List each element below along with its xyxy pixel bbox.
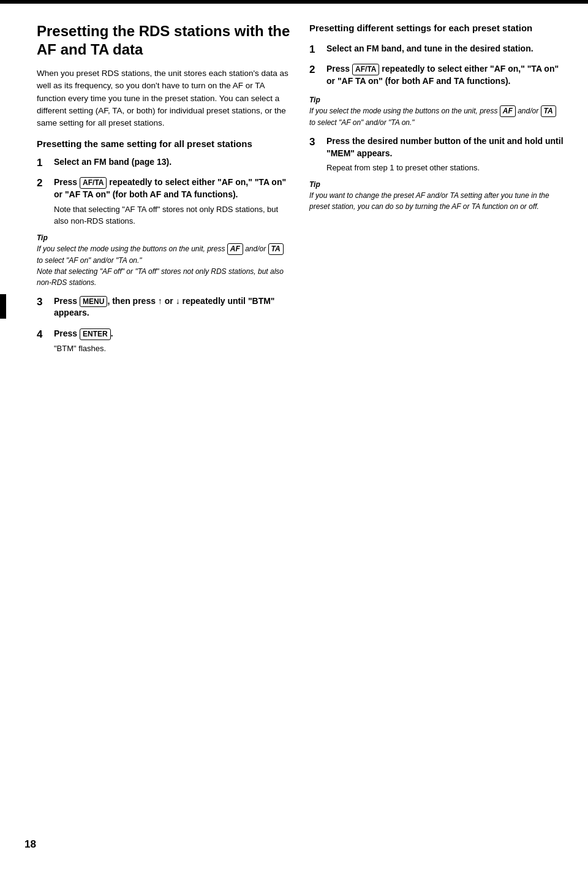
step-2-main: Press AF/TA repeatedly to select either … (54, 176, 291, 200)
step-2-content: Press AF/TA repeatedly to select either … (54, 176, 291, 227)
right-step-3-number: 3 (309, 135, 323, 149)
right-step-2: 2 Press AF/TA repeatedly to select eithe… (309, 63, 564, 89)
right-step-1: 1 Select an FM band, and tune in the des… (309, 43, 564, 58)
left-column: Presetting the RDS stations with the AF … (37, 22, 291, 360)
tip-text-right-1: If you select the mode using the buttons… (309, 105, 564, 128)
tip-text-right-2: If you want to change the preset AF and/… (309, 190, 564, 212)
tip-text-left-1: If you select the mode using the buttons… (37, 243, 291, 266)
enter-badge: ENTER (80, 328, 111, 340)
step-3-number: 3 (37, 295, 50, 309)
page: Presetting the RDS stations with the AF … (0, 0, 588, 869)
right-step-3-sub: Repeat from step 1 to preset other stati… (326, 162, 564, 174)
step-3: 3 Press MENU, then press ↑ or ↓ repeated… (37, 295, 291, 322)
tip-label-right-1: Tip (309, 96, 564, 104)
tip-block-left: Tip If you select the mode using the but… (37, 233, 291, 288)
tip-text-left-2: Note that selecting "AF off" or "TA off"… (37, 266, 291, 288)
right-step-1-number: 1 (309, 43, 323, 56)
content-area: Presetting the RDS stations with the AF … (0, 4, 588, 379)
step-1-number: 1 (37, 156, 50, 170)
right-step-3-main: Press the desired number button of the u… (326, 135, 564, 159)
afta-badge-left: AF/TA (80, 177, 107, 189)
step-4-main: Press ENTER. (54, 328, 291, 340)
page-number: 18 (24, 838, 36, 851)
af-badge-tip1: AF (227, 243, 243, 255)
right-step-2-number: 2 (309, 63, 323, 77)
menu-badge: MENU (80, 296, 107, 308)
step-4-number: 4 (37, 328, 50, 341)
tip-block-right-1: Tip If you select the mode using the but… (309, 96, 564, 128)
afta-badge-right: AF/TA (352, 64, 379, 75)
step-2-number: 2 (37, 176, 50, 190)
page-title: Presetting the RDS stations with the AF … (37, 22, 291, 59)
step-2-sub: Note that selecting "AF TA off" stores n… (54, 203, 291, 227)
step-1-main: Select an FM band (page 13). (54, 156, 291, 169)
right-step-3-content: Press the desired number button of the u… (326, 135, 564, 174)
step-4: 4 Press ENTER. "BTM" flashes. (37, 328, 291, 354)
right-step-1-content: Select an FM band, and tune in the desir… (326, 43, 564, 58)
step-3-content: Press MENU, then press ↑ or ↓ repeatedly… (54, 295, 291, 322)
tip-label-left: Tip (37, 233, 291, 242)
step-1-content: Select an FM band (page 13). (54, 156, 291, 171)
section1-heading: Presetting the same setting for all pres… (37, 138, 291, 150)
intro-text: When you preset RDS stations, the unit s… (37, 67, 291, 129)
step-4-content: Press ENTER. "BTM" flashes. (54, 328, 291, 354)
step-4-sub: "BTM" flashes. (54, 343, 291, 355)
right-step-2-content: Press AF/TA repeatedly to select either … (326, 63, 564, 89)
right-col-title: Presetting different settings for each p… (309, 22, 564, 34)
ta-badge-right-tip: TA (541, 105, 556, 117)
right-step-1-main: Select an FM band, and tune in the desir… (326, 43, 564, 55)
tip-label-right-2: Tip (309, 180, 564, 189)
af-badge-right-tip: AF (500, 105, 516, 117)
tip-block-right-2: Tip If you want to change the preset AF … (309, 180, 564, 212)
right-column: Presetting different settings for each p… (309, 22, 564, 360)
black-bar-marker (0, 294, 6, 319)
step-3-main: Press MENU, then press ↑ or ↓ repeatedly… (54, 295, 291, 319)
step-2: 2 Press AF/TA repeatedly to select eithe… (37, 176, 291, 227)
right-step-3: 3 Press the desired number button of the… (309, 135, 564, 174)
step-1: 1 Select an FM band (page 13). (37, 156, 291, 171)
ta-badge-tip1: TA (268, 243, 284, 255)
right-step-2-main: Press AF/TA repeatedly to select either … (326, 63, 564, 87)
